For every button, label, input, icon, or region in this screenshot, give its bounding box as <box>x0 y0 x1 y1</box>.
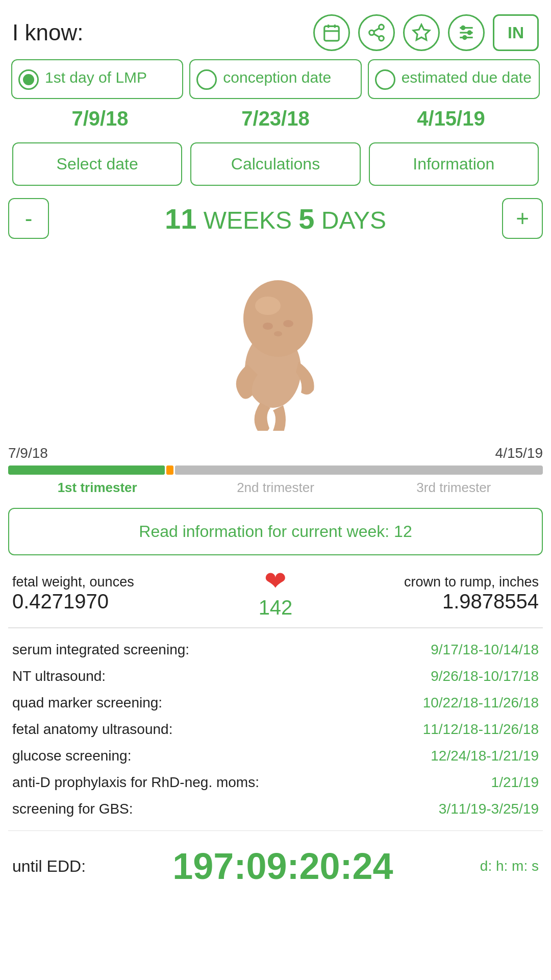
trimester-labels: 1st trimester 2nd trimester 3rd trimeste… <box>8 480 543 496</box>
weight-label: fetal weight, ounces <box>12 574 255 590</box>
svg-point-19 <box>283 320 293 327</box>
heart-center: ❤ 142 <box>259 568 293 619</box>
screening-row-1: NT ultrasound: 9/26/18-10/17/18 <box>12 663 539 690</box>
fetus-illustration <box>194 257 357 431</box>
divider-2 <box>8 830 543 831</box>
weight-stat: fetal weight, ounces 0.4271970 <box>12 574 255 613</box>
radio-due-label: estimated due date <box>402 68 532 87</box>
svg-point-18 <box>263 323 273 330</box>
screening-label-2: quad marker screening: <box>12 695 162 711</box>
end-date: 4/15/19 <box>495 445 543 461</box>
information-button[interactable]: Information <box>369 142 539 186</box>
screening-section: serum integrated screening: 9/17/18-10/1… <box>0 632 551 826</box>
edd-units: d: h: m: s <box>480 856 539 876</box>
info-week-button[interactable]: Read information for current week: 12 <box>8 508 543 555</box>
progress-dates: 7/9/18 4/15/19 <box>8 445 543 461</box>
trimester-2-label: 2nd trimester <box>186 480 364 496</box>
screening-row-5: anti-D prophylaxis for RhD-neg. moms: 1/… <box>12 769 539 796</box>
screening-date-4: 12/24/18-1/21/19 <box>431 748 539 764</box>
svg-point-6 <box>379 36 384 40</box>
divider-1 <box>8 627 543 628</box>
settings-icon-button[interactable] <box>448 14 485 51</box>
svg-rect-0 <box>324 26 339 40</box>
radio-conception-circle <box>196 69 217 90</box>
screening-date-0: 9/17/18-10/14/18 <box>431 642 539 658</box>
weeks-label: WEEKS <box>204 207 292 234</box>
conception-date: 7/23/18 <box>188 107 363 130</box>
screening-label-6: screening for GBS: <box>12 801 133 817</box>
radio-due[interactable]: estimated due date <box>368 59 540 99</box>
svg-line-8 <box>374 28 380 31</box>
share-icon-button[interactable] <box>358 14 395 51</box>
screening-date-2: 10/22/18-11/26/18 <box>423 695 539 711</box>
days-label: DAYS <box>321 207 386 234</box>
svg-line-7 <box>374 34 380 37</box>
progress-green <box>8 465 165 475</box>
screening-date-6: 3/11/19-3/25/19 <box>439 801 539 817</box>
rump-value: 1.9878554 <box>296 590 539 613</box>
screening-label-0: serum integrated screening: <box>12 642 189 658</box>
weeks-row: - 11 WEEKS 5 DAYS + <box>0 194 551 243</box>
header-bar: I know: IN <box>0 0 551 59</box>
radio-conception[interactable]: conception date <box>189 59 361 99</box>
screening-row-0: serum integrated screening: 9/17/18-10/1… <box>12 636 539 663</box>
radio-lmp-label: 1st day of LMP <box>45 68 147 87</box>
dates-row: 7/9/18 7/23/18 4/15/19 <box>0 103 551 138</box>
select-date-button[interactable]: Select date <box>12 142 182 186</box>
radio-lmp-circle <box>18 69 39 90</box>
svg-point-5 <box>369 30 374 35</box>
weeks-num: 11 <box>165 203 196 235</box>
screening-label-1: NT ultrasound: <box>12 668 106 684</box>
screening-label-4: glucose screening: <box>12 748 131 764</box>
screening-date-1: 9/26/18-10/17/18 <box>431 668 539 684</box>
days-num: 5 <box>298 203 314 235</box>
edd-timer: 197:09:20:24 <box>94 845 472 887</box>
progress-gray <box>175 465 543 475</box>
svg-point-20 <box>274 331 282 336</box>
fetus-container <box>0 247 551 441</box>
svg-point-4 <box>379 24 384 30</box>
calculations-button[interactable]: Calculations <box>190 142 360 186</box>
svg-point-15 <box>463 36 466 39</box>
progress-section: 7/9/18 4/15/19 1st trimester 2nd trimest… <box>0 441 551 500</box>
plus-button[interactable]: + <box>502 198 543 239</box>
svg-point-14 <box>468 31 471 34</box>
radio-lmp[interactable]: 1st day of LMP <box>11 59 183 99</box>
svg-marker-9 <box>413 24 430 40</box>
screening-date-5: 1/21/19 <box>491 774 539 791</box>
weeks-text: 11 WEEKS 5 DAYS <box>165 207 386 234</box>
stats-row: fetal weight, ounces 0.4271970 ❤ 142 cro… <box>0 564 551 623</box>
progress-bar <box>8 465 543 475</box>
star-icon-button[interactable] <box>403 14 440 51</box>
i-know-label: I know: <box>12 20 83 45</box>
screening-row-4: glucose screening: 12/24/18-1/21/19 <box>12 743 539 769</box>
radio-section: 1st day of LMP conception date estimated… <box>0 59 551 99</box>
heart-icon: ❤ <box>264 568 287 594</box>
in-button[interactable]: IN <box>493 14 539 51</box>
screening-row-6: screening for GBS: 3/11/19-3/25/19 <box>12 796 539 822</box>
calendar-icon-button[interactable] <box>313 14 350 51</box>
minus-button[interactable]: - <box>8 198 49 239</box>
trimester-3-label: 3rd trimester <box>365 480 543 496</box>
due-date: 4/15/19 <box>363 107 539 130</box>
svg-point-13 <box>462 26 465 29</box>
screening-row-2: quad marker screening: 10/22/18-11/26/18 <box>12 690 539 716</box>
rump-label: crown to rump, inches <box>296 574 539 590</box>
action-buttons: Select date Calculations Information <box>0 138 551 194</box>
progress-orange <box>166 465 173 475</box>
svg-point-17 <box>243 280 313 357</box>
start-date: 7/9/18 <box>8 445 48 461</box>
weeks-display: 11 WEEKS 5 DAYS <box>55 202 496 235</box>
radio-due-circle <box>375 69 395 90</box>
screening-label-5: anti-D prophylaxis for RhD-neg. moms: <box>12 774 259 791</box>
radio-conception-label: conception date <box>223 68 331 87</box>
svg-point-21 <box>255 297 281 315</box>
lmp-date: 7/9/18 <box>12 107 188 130</box>
trimester-1-label: 1st trimester <box>8 480 186 496</box>
screening-label-3: fetal anatomy ultrasound: <box>12 721 172 738</box>
rump-stat: crown to rump, inches 1.9878554 <box>296 574 539 613</box>
header-icons: IN <box>313 14 539 51</box>
heart-rate: 142 <box>259 596 293 619</box>
weight-value: 0.4271970 <box>12 590 255 613</box>
screening-row-3: fetal anatomy ultrasound: 11/12/18-11/26… <box>12 716 539 743</box>
